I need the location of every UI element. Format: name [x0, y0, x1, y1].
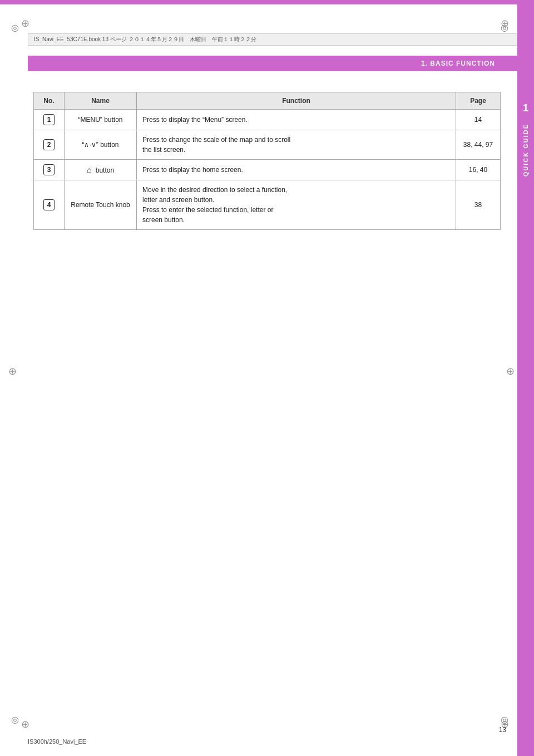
row1-page: 14 [456, 110, 501, 130]
row2-function-line1: Press to change the scale of the map and… [142, 136, 290, 144]
header-name: Name [65, 92, 137, 110]
row3-function: Press to display the home screen. [137, 160, 456, 180]
row4-function-line4: screen button. [142, 216, 185, 224]
registration-mark-mid-left: ⊕ [8, 367, 16, 375]
row1-no: 1 [34, 110, 65, 130]
row4-function-line3: Press to enter the selected function, le… [142, 206, 273, 214]
row2-function-line2: the list screen. [142, 146, 185, 154]
file-info-text: IS_Navi_EE_53C71E.book 13 ページ ２０１４年５月２９日… [34, 36, 256, 43]
row2-number-badge: 2 [43, 139, 55, 150]
table-row: 3 ⌂ button Press to display the home scr… [34, 160, 501, 180]
page-number: 13 [499, 726, 506, 734]
row3-page: 16, 40 [456, 160, 501, 180]
file-info-bar: IS_Navi_EE_53C71E.book 13 ページ ２０１４年５月２９日… [28, 33, 517, 46]
right-side-bar: 1 QUICK GUIDE [517, 0, 534, 756]
row4-name: Remote Touch knob [65, 180, 137, 230]
table-row: 2 “∧·∨” button Press to change the scale… [34, 130, 501, 160]
section-title: 1. BASIC FUNCTION [421, 60, 495, 67]
top-decorative-bar [0, 0, 534, 4]
row3-name: ⌂ button [65, 160, 137, 180]
chapter-number: 1 [519, 100, 532, 116]
corner-mark-tr: ◎ [501, 22, 512, 33]
bottom-label: IS300h/250_Navi_EE [28, 738, 86, 745]
row1-name: “MENU” button [65, 110, 137, 130]
row4-page: 38 [456, 180, 501, 230]
registration-mark-mid-right: ⊕ [506, 367, 514, 375]
row3-function-text: Press to display the home screen. [142, 166, 243, 174]
registration-mark-top-left: ⊕ [21, 19, 29, 27]
registration-mark-bot-left: ⊕ [21, 720, 29, 728]
row1-number-badge: 1 [43, 114, 55, 125]
row1-function: Press to display the “Menu” screen. [137, 110, 456, 130]
table-row: 4 Remote Touch knob Move in the desired … [34, 180, 501, 230]
quick-guide-label: QUICK GUIDE [522, 124, 529, 176]
home-icon: ⌂ [87, 165, 91, 174]
row4-function-line2: letter and screen button. [142, 196, 214, 204]
table-row: 1 “MENU” button Press to display the “Me… [34, 110, 501, 130]
row2-name: “∧·∨” button [65, 130, 137, 160]
row2-no: 2 [34, 130, 65, 160]
corner-mark-bl: ◎ [11, 714, 22, 725]
row3-number-badge: 3 [43, 164, 55, 175]
header-function: Function [137, 92, 456, 110]
row2-function-text: Press to change the scale of the map and… [142, 136, 290, 154]
row3-name-text: button [96, 166, 114, 174]
row2-page: 38, 44, 97 [456, 130, 501, 160]
main-content: No. Name Function Page 1 “MENU” button P… [28, 75, 506, 241]
corner-mark-tl: ◎ [11, 22, 22, 33]
row4-function: Move in the desired direction to select … [137, 180, 456, 230]
row4-function-line1: Move in the desired direction to select … [142, 186, 287, 194]
function-table: No. Name Function Page 1 “MENU” button P… [33, 92, 501, 230]
row1-function-text: Press to display the “Menu” screen. [142, 116, 248, 124]
section-header: 1. BASIC FUNCTION [28, 56, 517, 71]
row4-no: 4 [34, 180, 65, 230]
header-no: No. [34, 92, 65, 110]
row2-function: Press to change the scale of the map and… [137, 130, 456, 160]
corner-mark-br: ◎ [501, 714, 512, 725]
row3-no: 3 [34, 160, 65, 180]
row4-number-badge: 4 [43, 199, 55, 210]
header-page: Page [456, 92, 501, 110]
row4-function-text: Move in the desired direction to select … [142, 186, 287, 224]
table-header-row: No. Name Function Page [34, 92, 501, 110]
